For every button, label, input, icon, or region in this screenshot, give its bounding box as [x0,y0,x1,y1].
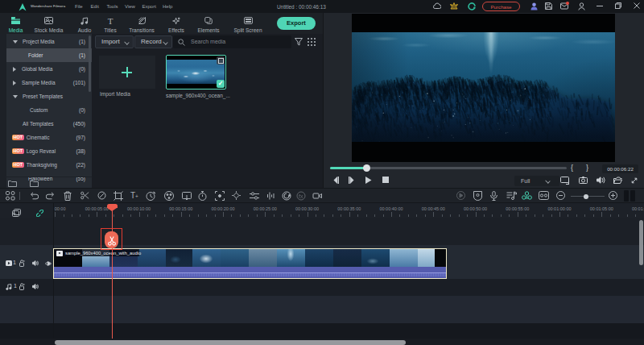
svg-text:fx: fx [299,193,303,199]
